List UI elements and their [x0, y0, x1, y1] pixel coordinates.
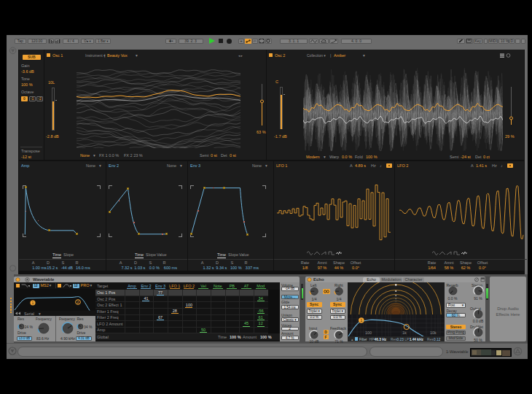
svg-text:1: 1 [32, 301, 34, 305]
svg-text:1: 1 [360, 318, 362, 322]
svg-text:2: 2 [77, 300, 79, 304]
